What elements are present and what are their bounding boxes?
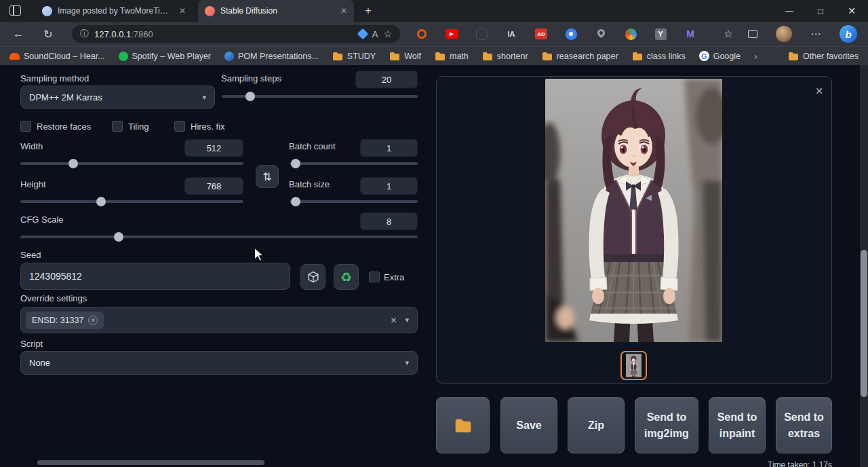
settings-menu-icon[interactable]: ⋯ [809,27,823,41]
bookmark-folder-class-links[interactable]: class links [632,52,686,61]
time-taken-text: Time taken: 1.17s [703,460,832,467]
extension-m-icon[interactable]: M [684,27,697,41]
sampling-steps-value[interactable]: 20 [355,71,418,88]
batch-size-label: Batch size [289,179,330,189]
tiling-label: Tiling [128,122,149,132]
extension-adblock-icon[interactable]: AD [534,27,548,41]
bookmark-label: math [450,52,469,61]
folder-icon [332,52,343,60]
bookmark-folder-math[interactable]: math [435,52,469,61]
generated-image[interactable] [545,79,722,342]
clear-all-icon[interactable]: ✕ [390,316,397,325]
bookmarks-overflow-chevron-icon[interactable]: › [754,51,757,62]
hires-fix-checkbox[interactable] [174,121,185,132]
open-folder-button[interactable] [436,397,490,453]
tab-actions-icon[interactable] [9,5,21,16]
tab-close-icon[interactable]: ✕ [340,6,347,16]
extension-orange-ring-icon[interactable] [415,27,429,41]
reuse-seed-button[interactable]: ♻ [334,264,359,290]
window-minimize-button[interactable]: — [774,0,805,22]
slider-handle[interactable] [291,159,300,168]
sampling-method-value: DPM++ 2M Karras [29,92,102,102]
browser-tab-active[interactable]: Stable Diffusion ✕ [198,0,354,22]
slider-handle[interactable] [68,159,78,168]
other-favorites-label: Other favorites [803,52,859,61]
override-setting-chip[interactable]: ENSD: 31337 ✕ [26,312,104,329]
back-icon[interactable]: ← [12,27,25,41]
batch-count-slider[interactable] [290,162,418,165]
tiling-checkbox[interactable] [112,121,123,132]
chevron-down-icon[interactable]: ▾ [405,316,409,324]
extension-colorful-icon[interactable] [624,27,637,41]
send-to-img2img-button[interactable]: Send to img2img [635,397,698,453]
width-value[interactable]: 512 [184,139,243,157]
batch-count-value[interactable]: 1 [360,139,418,157]
extension-internet-archive-icon[interactable]: IA [505,27,518,41]
cfg-scale-slider[interactable] [20,236,418,238]
seed-input[interactable] [20,263,290,290]
horizontal-scrollbar-thumb[interactable] [37,460,264,465]
batch-size-value[interactable]: 1 [360,177,418,195]
random-seed-button[interactable] [300,264,326,290]
extension-youtube-icon[interactable]: ▶ [445,27,458,41]
other-favorites-button[interactable]: Other favorites [788,52,859,61]
vertical-scrollbar-thumb[interactable] [861,250,867,397]
refresh-icon[interactable]: ↻ [41,27,55,41]
slider-handle[interactable] [291,197,300,206]
copilot-icon[interactable]: b [840,25,857,43]
script-dropdown[interactable]: None ▾ [20,351,418,375]
restore-faces-checkbox[interactable] [20,121,31,132]
window-close-button[interactable]: ✕ [836,0,867,22]
swap-dimensions-button[interactable]: ⇅ [256,165,279,188]
cfg-scale-value[interactable]: 8 [360,212,418,230]
add-favorite-star-icon[interactable]: ☆ [383,29,392,39]
gallery-thumbnail-selected[interactable] [620,351,647,380]
new-tab-button[interactable]: + [361,4,376,18]
send-to-extras-button[interactable]: Send to extras [776,397,832,453]
collections-icon[interactable] [746,27,760,41]
shopping-tag-icon[interactable] [357,29,368,40]
bookmark-pom[interactable]: POM Presentations... [224,52,319,61]
extension-dark-icon[interactable] [475,27,488,41]
extension-y-icon[interactable]: Y [654,27,667,41]
bookmark-google[interactable]: G Google [699,51,741,61]
bookmark-folder-study[interactable]: STUDY [332,52,376,61]
height-slider[interactable] [20,200,243,203]
batch-size-slider[interactable] [290,200,418,203]
override-settings-field[interactable]: ENSD: 31337 ✕ ✕ ▾ [20,307,418,333]
extension-location-pin-icon[interactable] [594,27,608,41]
window-maximize-button[interactable]: □ [805,0,836,22]
height-value[interactable]: 768 [184,177,243,195]
chip-remove-icon[interactable]: ✕ [88,316,98,325]
extension-blue-circle-icon[interactable] [564,27,578,41]
gallery-close-icon[interactable]: ✕ [815,86,823,96]
profile-avatar[interactable] [776,26,792,42]
bookmark-folder-wolf[interactable]: Wolf [389,52,421,61]
sampling-steps-slider[interactable] [222,95,418,98]
extra-seed-checkbox[interactable] [369,272,380,282]
collections-shape [748,30,757,38]
bookmark-label: Google [713,52,741,61]
slider-handle[interactable] [245,92,255,101]
slider-handle[interactable] [96,197,106,206]
sampling-method-dropdown[interactable]: DPM++ 2M Karras ▾ [20,86,215,109]
url-text: 127.0.0.1:7860 [94,29,153,39]
bookmark-soundcloud[interactable]: SoundCloud – Hear... [9,52,105,61]
width-slider[interactable] [20,162,243,165]
slider-handle[interactable] [114,232,123,242]
browser-tab-inactive[interactable]: Image posted by TwoMoreTimes... ✕ [35,0,193,22]
send-to-inpaint-button[interactable]: Send to inpaint [709,397,766,453]
chip-label: ENSD: 31337 [32,316,83,325]
vertical-scrollbar-track[interactable] [860,65,868,467]
bookmark-folder-research-paper[interactable]: reasearch paper [542,52,618,61]
url-host: 127.0.0.1 [94,29,131,39]
bookmark-spotify[interactable]: Spotify – Web Player [119,52,212,61]
site-info-icon[interactable]: ⓘ [80,28,89,40]
read-aloud-icon[interactable]: A [372,29,378,39]
save-button[interactable]: Save [500,397,557,453]
tab-close-icon[interactable]: ✕ [179,6,186,16]
favorites-bar-icon[interactable]: ☆ [722,27,735,41]
zip-button[interactable]: Zip [568,397,625,453]
address-bar[interactable]: ⓘ 127.0.0.1:7860 A ☆ [72,25,400,43]
bookmark-folder-shortenr[interactable]: shortenr [482,52,528,61]
